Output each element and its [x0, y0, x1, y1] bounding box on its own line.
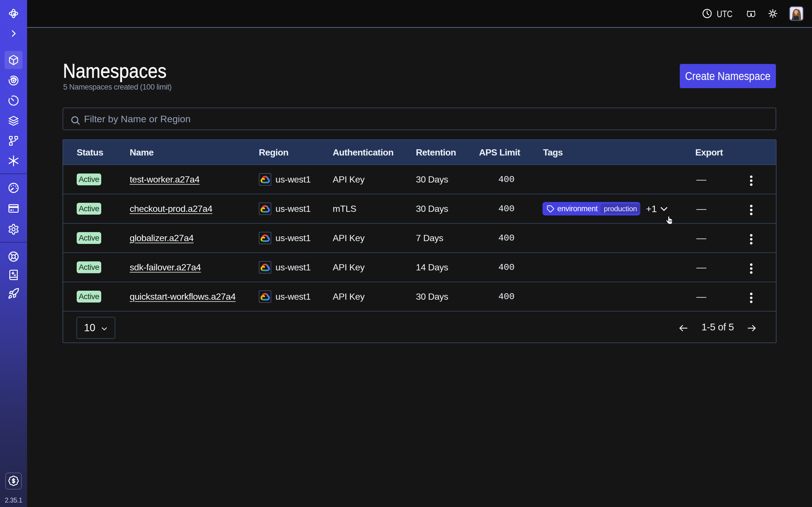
svg-text:UTC: UTC [717, 8, 732, 19]
